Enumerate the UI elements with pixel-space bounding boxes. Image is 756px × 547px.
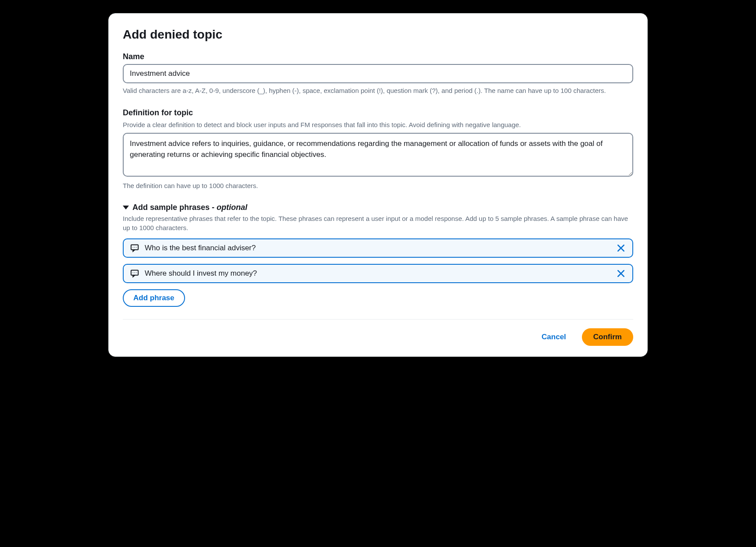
definition-field-group: Definition for topic Provide a clear def… bbox=[123, 108, 633, 191]
phrase-input[interactable] bbox=[145, 244, 610, 252]
svg-point-7 bbox=[136, 272, 137, 273]
definition-sublabel: Provide a clear definition to detect and… bbox=[123, 120, 633, 129]
sample-phrases-title-prefix: Add sample phrases - bbox=[132, 203, 217, 212]
remove-phrase-button[interactable] bbox=[616, 268, 626, 279]
comment-icon bbox=[130, 269, 139, 278]
comment-icon bbox=[130, 243, 139, 253]
add-phrase-button[interactable]: Add phrase bbox=[123, 289, 185, 307]
definition-hint: The definition can have up to 1000 chara… bbox=[123, 181, 633, 191]
name-input[interactable] bbox=[123, 64, 633, 83]
sample-phrases-title: Add sample phrases - optional bbox=[132, 203, 247, 212]
modal-footer: Cancel Confirm bbox=[123, 319, 633, 346]
definition-label: Definition for topic bbox=[123, 108, 633, 117]
close-icon bbox=[617, 270, 625, 277]
phrase-input[interactable] bbox=[145, 269, 610, 278]
name-hint: Valid characters are a-z, A-Z, 0-9, unde… bbox=[123, 86, 633, 96]
cancel-button[interactable]: Cancel bbox=[533, 328, 575, 346]
phrase-row bbox=[123, 238, 633, 258]
svg-point-5 bbox=[133, 272, 134, 273]
sample-phrases-expander[interactable]: Add sample phrases - optional bbox=[123, 203, 633, 212]
caret-down-icon bbox=[123, 206, 129, 210]
name-field-group: Name Valid characters are a-z, A-Z, 0-9,… bbox=[123, 52, 633, 96]
remove-phrase-button[interactable] bbox=[616, 243, 626, 253]
svg-point-2 bbox=[134, 247, 135, 248]
confirm-button[interactable]: Confirm bbox=[582, 328, 633, 346]
modal-title: Add denied topic bbox=[123, 28, 633, 42]
sample-phrases-title-optional: optional bbox=[217, 203, 247, 212]
close-icon bbox=[617, 244, 625, 252]
name-label: Name bbox=[123, 52, 633, 61]
sample-phrases-section: Add sample phrases - optional Include re… bbox=[123, 203, 633, 307]
phrase-row bbox=[123, 264, 633, 283]
svg-point-6 bbox=[134, 272, 135, 273]
phrases-container bbox=[123, 238, 633, 283]
svg-point-1 bbox=[133, 247, 134, 248]
svg-point-3 bbox=[136, 247, 137, 248]
add-denied-topic-modal: Add denied topic Name Valid characters a… bbox=[108, 13, 648, 357]
sample-phrases-sublabel: Include representative phrases that refe… bbox=[123, 214, 633, 232]
definition-textarea[interactable] bbox=[123, 133, 633, 177]
